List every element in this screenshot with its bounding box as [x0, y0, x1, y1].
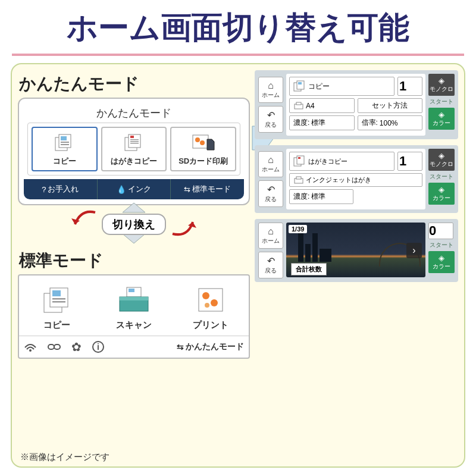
density-box[interactable]: 濃度:標準	[289, 115, 355, 130]
tile-copy[interactable]: コピー	[32, 127, 98, 171]
nav-column: ⌂ホーム ↶戻る	[258, 223, 283, 278]
home-icon: ⌂	[259, 80, 283, 91]
print-icon	[178, 284, 244, 317]
home-icon: ⌂	[259, 226, 283, 237]
wifi-icon[interactable]	[24, 342, 37, 352]
mono-start-button[interactable]: ◈モノクロ	[428, 149, 455, 171]
start-label: スタート	[428, 98, 455, 106]
back-button[interactable]: ↶戻る	[258, 180, 283, 207]
gear-icon[interactable]: ✿	[71, 340, 82, 354]
copy-main: コピー 1 A4 セット方法 濃度:標準 倍率:100%	[286, 74, 425, 136]
svg-rect-39	[296, 177, 301, 179]
diamond-icon: ◈	[428, 185, 455, 194]
svg-rect-37	[298, 157, 300, 159]
page-title: ホーム画面切り替え可能	[0, 0, 476, 54]
tile-sd-print[interactable]: SDカード印刷	[170, 127, 236, 171]
paper-box[interactable]: A4	[289, 98, 355, 113]
photo-print-screen: ⌂ホーム ↶戻る 1/39 › 合計枚数 0 スタート ◈カラー	[255, 219, 458, 282]
next-button[interactable]: ›	[406, 243, 422, 258]
svg-point-25	[211, 299, 218, 306]
home-button[interactable]: ⌂ホーム	[258, 151, 283, 177]
start-column: ◈モノクロ スタート ◈カラー	[428, 149, 455, 209]
footer-note: ※画像はイメージです	[20, 452, 109, 463]
back-button[interactable]: ↶戻る	[258, 252, 283, 278]
ratio-box[interactable]: 倍率:100%	[358, 115, 423, 130]
media-box[interactable]: インクジェットはがき	[289, 173, 422, 187]
svg-rect-8	[130, 139, 139, 140]
swap-icon: ⇆	[177, 342, 184, 352]
svg-point-26	[205, 303, 209, 308]
back-button[interactable]: ↶戻る	[258, 106, 283, 133]
arrow-ccw-icon	[70, 206, 100, 236]
diamond-icon: ◈	[428, 76, 455, 85]
svg-point-27	[29, 349, 32, 352]
svg-rect-10	[130, 143, 139, 144]
printer-icon	[293, 102, 304, 110]
svg-point-13	[200, 140, 205, 145]
standard-mode-screen: コピー スキャン プリント ✿ i	[18, 274, 250, 359]
start-label: スタート	[428, 241, 455, 249]
printer-icon	[293, 176, 304, 184]
link-icon[interactable]	[48, 343, 61, 351]
diamond-icon: ◈	[428, 110, 455, 119]
copy-icon	[34, 131, 95, 154]
color-start-button[interactable]: ◈カラー	[428, 251, 455, 273]
tile-hagaki-copy[interactable]: はがきコピー	[101, 127, 167, 171]
copy-count[interactable]: 1	[397, 77, 422, 96]
svg-rect-16	[52, 290, 61, 296]
tile-print[interactable]: プリント	[178, 284, 244, 331]
arrow-up-icon	[120, 201, 148, 214]
standard-tiles: コピー スキャン プリント	[19, 275, 249, 336]
home-button[interactable]: ⌂ホーム	[258, 223, 283, 249]
divider	[12, 54, 464, 56]
back-icon: ↶	[259, 109, 283, 121]
nav-column: ⌂ホーム ↶戻る	[258, 74, 283, 136]
photo-preview[interactable]: 1/39 › 合計枚数	[286, 223, 425, 277]
back-icon: ↶	[259, 255, 283, 267]
easy-bottom-bar: ?お手入れ 💧インク ⇆標準モード	[24, 179, 244, 199]
standard-mode-button[interactable]: ⇆標準モード	[171, 179, 244, 199]
home-button[interactable]: ⌂ホーム	[258, 77, 283, 103]
svg-rect-17	[52, 298, 65, 300]
tile-scan[interactable]: スキャン	[101, 284, 167, 331]
photo-count[interactable]: 0	[428, 223, 453, 239]
svg-point-12	[195, 137, 200, 142]
home-icon: ⌂	[259, 155, 283, 165]
density-box[interactable]: 濃度:標準	[289, 189, 353, 204]
start-column: 0 スタート ◈カラー	[428, 223, 455, 278]
tile-label: コピー	[24, 320, 90, 331]
question-icon: ?	[42, 185, 46, 194]
mono-start-button[interactable]: ◈モノクロ	[428, 74, 455, 96]
svg-rect-7	[130, 136, 134, 138]
easy-mode-switch[interactable]: ⇆かんたんモード	[177, 342, 244, 352]
copy-icon	[293, 80, 306, 92]
main-panel: かんたんモード かんたんモード コピー はがきコピー	[11, 63, 465, 468]
tile-label: はがきコピー	[104, 156, 165, 167]
maintenance-button[interactable]: ?お手入れ	[24, 179, 98, 199]
color-start-button[interactable]: ◈カラー	[428, 108, 455, 130]
svg-rect-20	[129, 289, 134, 292]
hagaki-settings-screen: ⌂ホーム ↶戻る はがきコピー 1 インクジェットはがき	[255, 145, 458, 213]
svg-rect-4	[61, 144, 69, 145]
right-column: ⌂ホーム ↶戻る コピー 1 A4 セット方法	[255, 70, 458, 288]
easy-mode-screen: かんたんモード コピー はがきコピー	[18, 98, 250, 205]
set-method-box[interactable]: セット方法	[358, 98, 423, 113]
back-icon: ↶	[259, 184, 283, 195]
tile-label: SDカード印刷	[173, 156, 234, 167]
info-icon[interactable]: i	[92, 341, 104, 353]
standard-bottom-bar: ✿ i ⇆かんたんモード	[19, 336, 249, 358]
ink-button[interactable]: 💧インク	[98, 179, 171, 199]
switch-label: 切り換え	[102, 214, 166, 235]
color-start-button[interactable]: ◈カラー	[428, 183, 455, 205]
svg-rect-2	[61, 136, 67, 140]
tile-copy[interactable]: コピー	[24, 284, 90, 331]
tile-label: スキャン	[101, 320, 167, 331]
chevron-right-icon: ›	[412, 245, 415, 256]
svg-rect-18	[52, 301, 65, 303]
arrow-cw-icon	[168, 211, 198, 241]
easy-tiles: コピー はがきコピー SDカード印刷	[27, 123, 240, 176]
svg-rect-29	[54, 345, 60, 349]
diamond-icon: ◈	[428, 253, 455, 262]
total-count-label[interactable]: 合計枚数	[291, 263, 327, 275]
hagaki-count[interactable]: 1	[397, 152, 422, 171]
